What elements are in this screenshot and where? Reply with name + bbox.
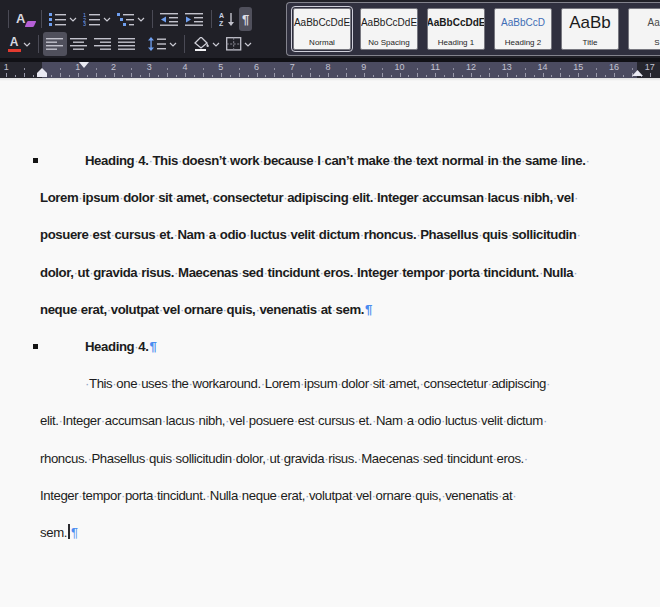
space-dot: · [178,153,182,168]
space-dot: · [369,376,373,391]
space-dot: · [357,451,361,466]
left-indent-marker[interactable] [37,73,47,77]
doc-line-8[interactable]: elit.·Integer·accumsan·lacus·nibh,·vel·p… [40,402,660,439]
multilevel-list-button[interactable] [114,7,148,31]
space-dot: · [385,376,389,391]
space-dot: · [498,488,502,503]
space-dot: · [180,302,184,317]
space-dot: · [519,190,523,205]
space-dot: · [107,302,111,317]
line-text: posuere·est·cursus·et.·Nam·a·odio·luctus… [40,227,580,242]
clear-formatting-button[interactable]: A [13,7,37,31]
list-bullet-icon [33,158,38,163]
doc-line-7[interactable]: ·This·one·uses·the·workaround.·Lorem·ips… [40,365,660,402]
ruler-number: 5 [218,63,223,72]
align-left-button[interactable] [43,32,67,56]
ruler-number: 15 [573,63,583,72]
show-formatting-marks-toggle[interactable]: ¶ [239,7,252,31]
style-card-no-spacing[interactable]: AaBbCcDdENo Spacing [360,8,418,50]
space-dot: · [493,451,497,466]
space-dot: · [110,227,114,242]
ruler-number: 13 [502,63,512,72]
font-color-button[interactable]: A [4,32,34,56]
doc-line-10[interactable]: Integer·tempor·porta·tincidunt.·Nulla·ne… [40,477,660,514]
ruler-tick [471,73,472,77]
doc-line-2[interactable]: Lorem·ipsum·dolor·sit·amet,·consectetur·… [40,179,660,216]
ruler-tick [33,75,34,77]
style-sample: AaBbCcD [495,9,551,36]
numbering-button[interactable]: 1 2 3 [80,7,114,31]
space-dot: · [419,451,423,466]
styles-gallery-items: AaBbCcDdENormalAaBbCcDdENo SpacingAaBbCc… [293,8,660,50]
sort-button[interactable]: A Z [216,7,239,31]
style-card-title[interactable]: AaBbTitle [561,8,619,50]
space-dot: · [209,190,213,205]
document-canvas[interactable]: Heading·4.·This·doesn’t·work·because·I·c… [0,78,660,607]
style-card-heading-2[interactable]: AaBbCcDHeading 2 [494,8,552,50]
style-sample: AaBbCcDdE [294,9,350,36]
doc-line-9[interactable]: rhoncus.·Phasellus·quis·sollicitudin·dol… [40,440,660,477]
justify-button[interactable] [115,32,139,56]
bullets-button[interactable] [46,7,80,31]
space-dot: · [238,488,242,503]
increase-indent-button[interactable] [182,7,207,31]
ruler-number: 14 [537,63,547,72]
align-center-button[interactable] [67,32,91,56]
space-dot: · [443,451,447,466]
shading-button[interactable] [189,32,223,56]
space-dot: · [512,488,516,503]
align-right-button[interactable] [91,32,115,56]
space-dot: · [573,265,577,280]
space-dot: · [119,190,123,205]
horizontal-ruler[interactable]: 11234567891011121314151617 [0,62,660,78]
style-card-heading-1[interactable]: AaBbCcDdEHeading 1 [427,8,485,50]
ruler-tick [167,73,168,77]
space-dot: · [352,488,356,503]
line-spacing-button[interactable] [145,32,180,56]
style-card-normal[interactable]: AaBbCcDdENormal [293,8,351,50]
justify-icon [118,38,136,51]
ruler-tick [51,75,52,77]
ruler-tick [400,73,401,77]
ruler-number: 2 [111,63,116,72]
ruler-tick [614,73,615,77]
doc-line-3[interactable]: posuere·est·cursus·et.·Nam·a·odio·luctus… [40,216,660,253]
ruler-half-dot [525,68,526,70]
ruler-tick [426,75,427,77]
space-dot: · [524,451,528,466]
ruler-tick [435,73,436,77]
ruler-tick [382,73,383,77]
space-dot: · [112,376,116,391]
ruler-tick [525,73,526,77]
borders-button[interactable] [223,32,255,56]
ruler-tick [265,75,266,77]
style-sample: AaBbCcDdE [361,9,417,36]
align-left-icon [46,38,64,51]
ruler-half-dot [96,68,97,70]
space-dot: · [480,265,484,280]
ruler-tick [292,73,293,77]
svg-text:3: 3 [83,21,86,26]
style-sample: AaBbCcDdE [428,9,484,36]
line-text: rhoncus.·Phasellus·quis·sollicitudin·dol… [40,451,528,466]
space-dot: · [266,451,270,466]
space-dot: · [546,376,550,391]
ruler-number: 17 [645,63,655,72]
decrease-indent-button[interactable] [157,7,182,31]
style-label: Title [562,36,618,49]
ruler-tick [623,75,624,77]
pilcrow-mark: ¶ [149,339,156,354]
space-dot: · [232,451,236,466]
ruler-tick [203,73,204,77]
doc-line-6[interactable]: Heading·4.¶ [40,328,660,365]
doc-line-4[interactable]: dolor,·ut·gravida·risus.·Maecenas·sed·ti… [40,254,660,291]
doc-line-11[interactable]: sem.¶ [40,514,660,551]
first-line-indent-marker[interactable] [79,62,89,68]
space-dot: · [286,227,290,242]
style-card-s[interactable]: AaBS [628,8,660,50]
doc-line-5[interactable]: neque·erat,·volutpat·vel·ornare·quis,·ve… [40,291,660,328]
multilevel-list-icon [117,12,135,26]
space-dot: · [502,413,506,428]
doc-line-1[interactable]: Heading·4.·This·doesn’t·work·because·I·c… [40,142,660,179]
ruler-tick [489,73,490,77]
